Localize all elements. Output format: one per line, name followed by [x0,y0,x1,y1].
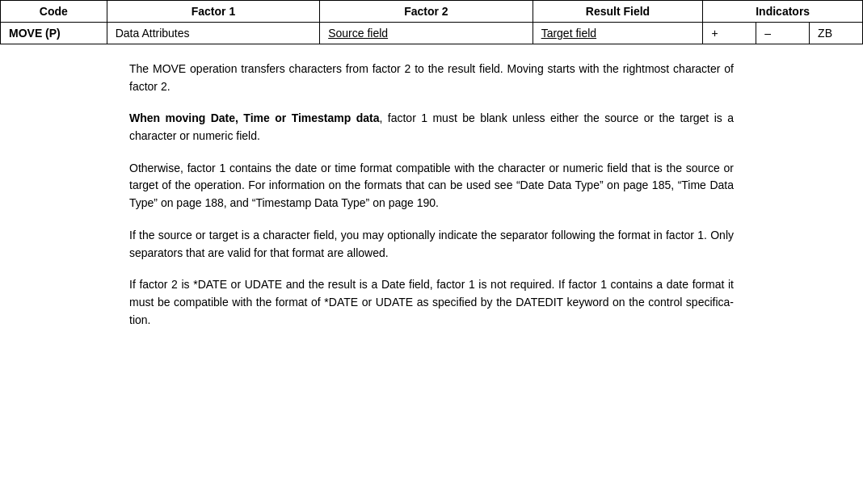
row-ind-zb: ZB [810,23,863,44]
row-factor1: Data Attributes [107,23,319,44]
row-result-text: Target field [541,27,596,40]
header-factor1: Factor 1 [107,1,319,23]
content-area: The MOVE operation transfers characters … [0,44,863,359]
row-ind-plus: + [703,23,756,44]
row-result: Target field [533,23,703,44]
paragraph-3-text: Otherwise, factor 1 contains the date or… [129,162,734,209]
header-factor2: Factor 2 [320,1,533,23]
paragraph-4: If the source or target is a character f… [129,227,734,262]
paragraph-2-bold: When moving Date, Time or Timestamp data [129,111,380,124]
header-code: Code [1,1,107,23]
paragraph-5-text: If factor 2 is *DATE or UDATE and the re… [129,278,734,326]
header-indicators: Indicators [703,1,863,23]
row-ind-minus: – [756,23,810,44]
paragraph-1: The MOVE operation transfers characters … [129,61,734,95]
operation-table: Code Factor 1 Factor 2 Result Field Indi… [0,0,863,44]
paragraph-3: Otherwise, factor 1 contains the date or… [129,160,734,212]
row-code: MOVE (P) [1,23,107,44]
row-factor2: Source field [320,23,533,44]
row-factor2-text: Source field [328,27,388,40]
paragraph-1-text: The MOVE operation transfers characters … [129,62,734,93]
paragraph-2: When moving Date, Time or Timestamp data… [129,110,734,145]
paragraph-5: If factor 2 is *DATE or UDATE and the re… [129,276,734,329]
paragraph-4-text: If the source or target is a character f… [129,229,734,259]
header-result: Result Field [533,1,703,23]
page-container: Code Factor 1 Factor 2 Result Field Indi… [0,0,863,359]
